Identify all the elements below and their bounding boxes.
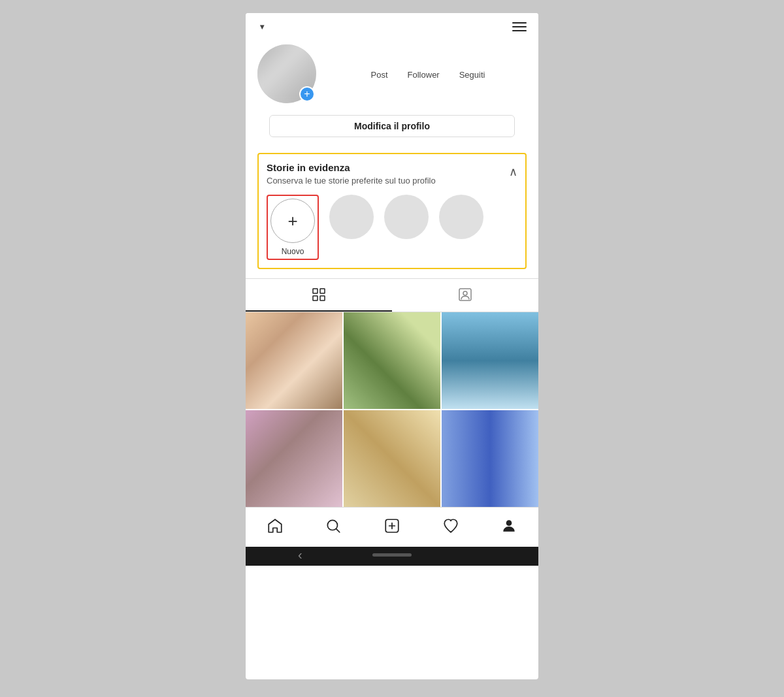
seguiti-label: Seguiti xyxy=(459,70,485,80)
post-label: Post xyxy=(371,70,388,80)
nav-search-button[interactable] xyxy=(321,514,345,538)
highlights-section: Storie in evidenza Conserva le tue stori… xyxy=(257,153,527,269)
highlights-title: Storie in evidenza xyxy=(267,162,436,173)
top-bar: ▾ xyxy=(246,13,538,38)
hamburger-line3 xyxy=(512,30,527,31)
grid-cell-2[interactable] xyxy=(344,312,440,409)
system-bar: ‹ xyxy=(246,547,538,566)
add-story-button[interactable]: + xyxy=(299,86,315,102)
grid-cell-4[interactable] xyxy=(246,410,342,507)
grid-cell-6[interactable] xyxy=(442,410,538,507)
back-button[interactable]: ‹ xyxy=(298,547,302,562)
bottom-nav xyxy=(246,507,538,547)
new-highlight-circle: + xyxy=(270,199,315,243)
highlights-header: Storie in evidenza Conserva le tue stori… xyxy=(267,162,517,195)
add-square-icon xyxy=(384,517,400,534)
new-highlight-label: Nuovo xyxy=(282,247,304,256)
plus-icon: + xyxy=(287,212,297,229)
highlight-placeholder-3[interactable] xyxy=(439,195,483,239)
home-handle[interactable] xyxy=(372,553,412,557)
tab-tagged[interactable] xyxy=(392,279,538,312)
edit-profile-wrapper: Modifica il profilo xyxy=(246,115,538,153)
menu-button[interactable] xyxy=(512,22,527,31)
profile-icon xyxy=(500,517,517,534)
new-highlight-wrapper[interactable]: + Nuovo xyxy=(267,195,319,260)
home-icon xyxy=(267,517,284,534)
hamburger-line1 xyxy=(512,22,527,24)
svg-point-6 xyxy=(328,520,338,530)
nav-profile-button[interactable] xyxy=(497,514,521,538)
svg-point-5 xyxy=(463,291,467,295)
photo-grid xyxy=(246,312,538,507)
search-icon xyxy=(325,517,342,534)
svg-rect-2 xyxy=(313,296,318,300)
username-dropdown[interactable]: ▾ xyxy=(257,22,264,31)
highlight-circle-1 xyxy=(329,195,374,239)
highlights-subtitle: Conserva le tue storie preferite sul tuo… xyxy=(267,176,436,186)
stat-post[interactable]: Post xyxy=(371,69,388,80)
highlights-header-text: Storie in evidenza Conserva le tue stori… xyxy=(267,162,436,195)
svg-point-11 xyxy=(506,520,512,526)
highlight-circle-3 xyxy=(439,195,483,239)
heart-icon xyxy=(442,517,459,534)
tabs-row xyxy=(246,278,538,312)
nav-heart-button[interactable] xyxy=(439,514,463,538)
highlights-row: + Nuovo xyxy=(267,195,517,260)
follower-label: Follower xyxy=(408,70,440,80)
svg-rect-0 xyxy=(313,289,318,293)
svg-rect-1 xyxy=(320,289,325,293)
new-highlight-item: + Nuovo xyxy=(270,199,315,256)
stat-follower[interactable]: Follower xyxy=(408,69,440,80)
nav-add-button[interactable] xyxy=(380,514,404,538)
svg-line-7 xyxy=(336,529,340,532)
profile-section: + Post Follower Seguiti xyxy=(246,38,538,115)
grid-icon xyxy=(311,287,327,302)
nav-home-button[interactable] xyxy=(263,514,287,538)
chevron-down-icon: ▾ xyxy=(260,22,264,31)
hamburger-line2 xyxy=(512,26,527,27)
tab-grid[interactable] xyxy=(246,279,392,312)
highlight-placeholder-1[interactable] xyxy=(329,195,374,239)
grid-cell-1[interactable] xyxy=(246,312,342,409)
avatar-wrapper[interactable]: + xyxy=(257,44,316,103)
stat-seguiti[interactable]: Seguiti xyxy=(459,69,485,80)
person-tag-icon xyxy=(457,287,473,302)
chevron-up-icon[interactable]: ∧ xyxy=(509,165,517,179)
highlight-circle-2 xyxy=(384,195,429,239)
svg-rect-3 xyxy=(320,296,325,300)
grid-cell-3[interactable] xyxy=(442,312,538,409)
highlight-placeholder-2[interactable] xyxy=(384,195,429,239)
stats-row: Post Follower Seguiti xyxy=(329,69,527,80)
grid-cell-5[interactable] xyxy=(344,410,440,507)
edit-profile-button[interactable]: Modifica il profilo xyxy=(269,115,515,137)
